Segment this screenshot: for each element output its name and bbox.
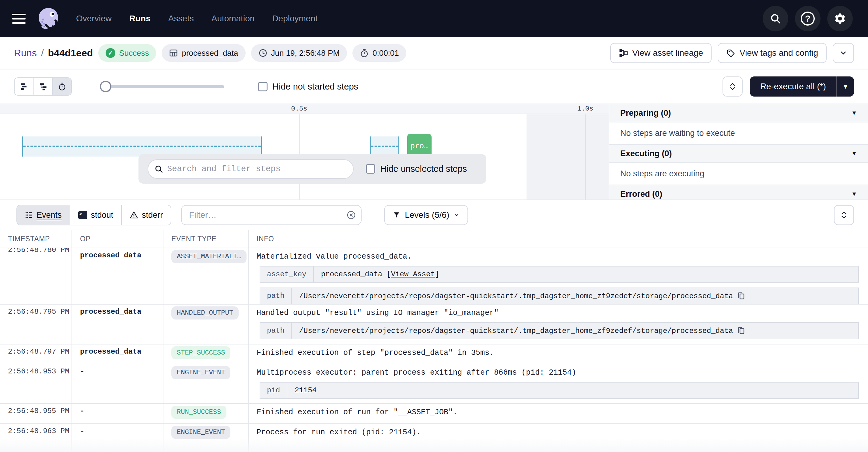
status-badge: ✓ Success [98,44,156,62]
search-icon [154,165,163,174]
col-info: INFO [249,230,868,248]
help-icon[interactable]: ? [795,6,820,31]
col-event-type: EVENT TYPE [163,230,249,248]
section-executing[interactable]: Executing (0) ▼ [609,145,868,163]
table-row[interactable]: 2:56:48.955 PM - RUN_SUCCESS Finished ex… [0,404,868,424]
tag-icon [726,49,735,58]
success-check-icon: ✓ [105,48,115,58]
preparing-empty-message: No steps are waiting to execute [609,122,868,145]
table-row[interactable]: 2:56:48.953 PM - ENGINE_EVENT Multiproce… [0,364,868,404]
log-toolbar: Events stdout stderr Levels (5/6) [0,199,868,230]
nav-link-runs[interactable]: Runs [129,14,151,24]
nav-link-assets[interactable]: Assets [168,14,194,24]
metadata-row-path: path /Users/neverett/projects/repos/dags… [259,322,859,339]
run-id: b44d1eed [48,48,93,59]
nav-link-deployment[interactable]: Deployment [272,14,317,24]
executing-empty-message: No steps are executing [609,163,868,185]
table-row[interactable]: 2:56:48.795 PM processed_data HANDLED_OU… [0,305,868,344]
menu-icon[interactable] [12,14,26,24]
table-header-row: TIMESTAMP OP EVENT TYPE INFO [0,230,868,248]
chevron-down-icon [840,215,847,219]
hide-not-started-checkbox-row[interactable]: Hide not started steps [258,82,358,92]
path-link[interactable]: /Users/neverett/projects/repos/dagster-q… [299,292,733,300]
event-type-badge: HANDLED_OUTPUT [172,306,239,319]
nav-link-automation[interactable]: Automation [212,14,255,24]
breadcrumb-runs-link[interactable]: Runs [14,48,37,59]
col-op: OP [72,230,163,248]
view-mode-flat-button[interactable] [14,78,33,95]
view-tags-config-button[interactable]: View tags and config [718,43,827,63]
stopwatch-icon [360,49,369,58]
view-mode-waterfall-button[interactable] [33,78,52,95]
event-log-table: TIMESTAMP OP EVENT TYPE INFO 2:56:48.780… [0,230,868,452]
step-search-input[interactable] [148,159,354,179]
copy-icon[interactable] [737,292,746,300]
expand-gantt-button[interactable] [722,77,743,96]
col-timestamp: TIMESTAMP [0,230,72,248]
asset-tag[interactable]: processed_data [162,44,245,62]
collapse-triangle-icon: ▼ [851,110,857,116]
gantt-toolbar: Hide not started steps Re-execute all (*… [0,69,868,104]
chevron-down-icon [454,212,460,218]
run-actions-dropdown-button[interactable] [833,43,854,63]
gantt-bar-waiting-2[interactable] [370,137,399,157]
log-tabs: Events stdout stderr [17,205,172,225]
chevron-up-icon [729,82,736,86]
nav-link-overview[interactable]: Overview [76,14,112,24]
tab-events[interactable]: Events [17,205,70,225]
settings-gear-icon[interactable] [827,6,853,31]
gantt-chart: 0.5s 1.0s pro… Hide unselected steps [0,104,609,199]
table-row[interactable]: 2:56:48.780 PM processed_data ASSET_MATE… [0,248,868,305]
main-nav: Overview Runs Assets Automation Deployme… [76,14,318,24]
path-link[interactable]: /Users/neverett/projects/repos/dagster-q… [299,327,733,335]
reexecute-dropdown-caret[interactable]: ▾ [836,77,854,96]
hide-unselected-checkbox-row[interactable]: Hide unselected steps [366,164,467,174]
levels-dropdown[interactable]: Levels (5/6) [384,205,468,225]
event-type-badge: STEP_SUCCESS [172,346,230,359]
chevron-down-icon [729,87,736,91]
view-asset-lineage-button[interactable]: View asset lineage [610,43,712,63]
collapse-triangle-icon: ▼ [851,191,857,197]
gantt-overflow-zone [527,114,609,199]
event-type-badge: ENGINE_EVENT [172,366,230,379]
view-mode-timed-button[interactable] [52,78,71,95]
table-grid-icon [169,49,178,58]
events-list-icon [25,211,33,219]
copy-icon[interactable] [737,327,746,335]
event-type-badge: RUN_SUCCESS [172,406,226,419]
table-row[interactable]: 2:56:48.963 PM - ENGINE_EVENT Process fo… [0,424,868,452]
expand-logs-button[interactable] [834,205,854,225]
tab-stdout[interactable]: stdout [70,205,121,225]
gantt-view-mode-segmented [14,77,72,96]
gantt-bar-waiting-1[interactable] [22,137,262,157]
hide-not-started-checkbox[interactable] [258,82,268,91]
event-type-badge: ASSET_MATERIALI… [172,250,247,263]
axis-tick-05s: 0.5s [291,105,307,113]
warning-triangle-icon [130,211,138,219]
search-icon[interactable] [763,6,788,31]
chevron-up-icon [840,211,847,215]
event-type-badge: ENGINE_EVENT [172,426,230,439]
terminal-icon [78,211,87,219]
table-row[interactable]: 2:56:48.797 PM processed_data STEP_SUCCE… [0,344,868,364]
section-preparing[interactable]: Preparing (0) ▼ [609,104,868,122]
axis-tick-10s: 1.0s [577,105,593,113]
zoom-slider-handle[interactable] [100,81,112,92]
hide-unselected-checkbox[interactable] [366,164,375,174]
metadata-row-pid: pid 21154 [259,382,859,399]
step-status-panel: Preparing (0) ▼ No steps are waiting to … [609,104,868,199]
clock-icon [258,49,268,58]
tab-stderr[interactable]: stderr [121,205,171,225]
log-filter-input[interactable] [181,205,362,225]
gridline-10s [585,114,586,199]
clear-filter-icon[interactable] [346,210,356,220]
view-asset-link[interactable]: [View Asset] [386,270,439,278]
run-header: Runs / b44d1eed ✓ Success processed_data… [0,37,868,69]
zoom-slider-track[interactable] [100,85,224,88]
reexecute-all-button[interactable]: Re-execute all (*) [750,77,836,96]
zoom-slider[interactable] [100,81,224,92]
lineage-icon [619,49,628,58]
gantt-section: 0.5s 1.0s pro… Hide unselected steps [0,104,868,199]
section-errored[interactable]: Errored (0) ▼ [609,185,868,199]
gantt-time-axis: 0.5s 1.0s [0,104,609,114]
